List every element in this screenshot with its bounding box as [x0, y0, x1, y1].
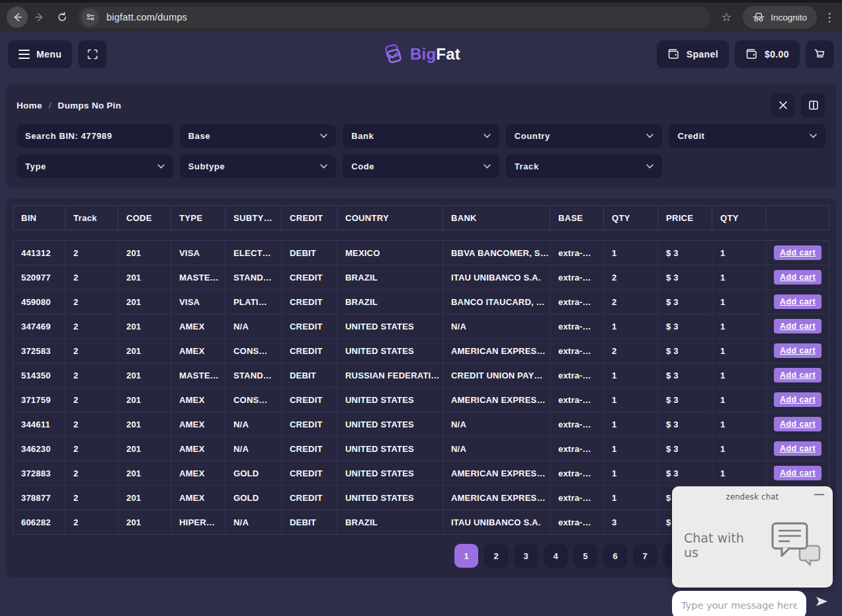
- filter-dropdown-base[interactable]: Base: [180, 124, 337, 148]
- breadcrumb-home[interactable]: Home: [17, 101, 42, 110]
- page-button-1[interactable]: 1: [454, 544, 478, 568]
- cell: extra-…: [550, 339, 604, 363]
- filter-dropdown-type[interactable]: Type: [17, 155, 173, 178]
- cell: AMEX: [171, 486, 226, 509]
- browser-menu-icon[interactable]: ⋮: [823, 11, 835, 24]
- header-actions: Spanel $0.00: [657, 40, 834, 68]
- column-header-qty: QTY: [604, 206, 658, 230]
- cell: CREDIT: [282, 461, 337, 485]
- cart-cell: Add cart: [767, 437, 829, 461]
- filter-label: Country: [515, 131, 647, 141]
- browser-back-button[interactable]: [7, 7, 28, 28]
- add-cart-button[interactable]: Add cart: [774, 245, 821, 260]
- cell: 1: [712, 339, 767, 363]
- cell: UNITED STATES: [337, 314, 443, 338]
- close-icon: [779, 101, 788, 110]
- page-button-5[interactable]: 5: [573, 544, 597, 568]
- browser-forward-button[interactable]: [29, 7, 50, 28]
- add-cart-button[interactable]: Add cart: [774, 343, 821, 358]
- chevron-down-icon: [320, 134, 327, 138]
- table-row: 3462302201AMEXN/ACREDITUNITED STATESN/Ae…: [13, 437, 829, 461]
- columns-toggle-button[interactable]: [801, 93, 825, 118]
- filter-dropdown-credit[interactable]: Credit: [669, 124, 825, 148]
- cell: extra-…: [550, 437, 604, 461]
- close-filters-button[interactable]: [771, 93, 795, 118]
- filter-dropdown-bank[interactable]: Bank: [343, 124, 499, 148]
- cell: 606282: [13, 510, 65, 534]
- filter-label: Code: [351, 161, 484, 171]
- cell: CONS…: [226, 388, 282, 412]
- chat-minimize-button[interactable]: —: [814, 488, 824, 500]
- add-cart-button[interactable]: Add cart: [774, 392, 821, 407]
- cell: 372883: [13, 461, 65, 485]
- cell: AMEX: [171, 437, 226, 461]
- cell: $ 3: [658, 461, 712, 485]
- add-cart-button[interactable]: Add cart: [774, 368, 821, 382]
- cell: 459080: [13, 290, 65, 314]
- cell: 3: [604, 510, 658, 534]
- cart-button[interactable]: [806, 40, 834, 68]
- cell: AMERICAN EXPRES…: [443, 486, 550, 509]
- filter-dropdown-code[interactable]: Code: [343, 155, 499, 178]
- cell: 1: [712, 314, 767, 338]
- cell: MASTE…: [171, 363, 226, 387]
- incognito-badge: Incognito: [743, 6, 817, 28]
- page-button-4[interactable]: 4: [544, 544, 568, 568]
- spanel-button[interactable]: Spanel: [657, 40, 729, 68]
- cell: 201: [118, 388, 171, 412]
- cell: CREDIT: [282, 290, 337, 314]
- page-button-6[interactable]: 6: [603, 544, 627, 568]
- cart-icon: [814, 48, 826, 60]
- logo-text: BigFat: [410, 45, 460, 64]
- cell: 347469: [13, 314, 65, 338]
- filter-dropdown-country[interactable]: Country: [506, 124, 663, 148]
- address-bar[interactable]: bigfatt.com/dumps: [78, 7, 710, 28]
- cell: AMEX: [171, 339, 226, 363]
- cell: CREDIT: [282, 486, 337, 509]
- search-bin-input[interactable]: [17, 124, 173, 148]
- add-cart-button[interactable]: Add cart: [774, 319, 821, 333]
- cell: BRAZIL: [337, 510, 443, 534]
- cell: AMERICAN EXPRES…: [443, 388, 550, 412]
- chevron-down-icon: [484, 134, 491, 138]
- balance-button[interactable]: $0.00: [735, 40, 800, 68]
- cell: 2: [65, 363, 118, 387]
- cell: N/A: [226, 314, 282, 338]
- fullscreen-button[interactable]: [78, 40, 106, 68]
- filter-dropdown-subtype[interactable]: Subtype: [180, 155, 337, 178]
- cell: CREDIT: [282, 265, 337, 289]
- logo[interactable]: BigFat: [382, 44, 460, 65]
- cell: 201: [118, 363, 171, 387]
- chat-send-button[interactable]: [814, 595, 830, 611]
- site-settings-icon[interactable]: [81, 9, 99, 26]
- cell: BRAZIL: [337, 290, 443, 314]
- page-button-2[interactable]: 2: [484, 544, 508, 568]
- cell: CREDIT: [282, 314, 337, 338]
- cell: DEBIT: [282, 363, 337, 387]
- cell: 201: [118, 290, 171, 314]
- cell: 1: [604, 314, 658, 338]
- cell: CREDIT: [282, 339, 337, 363]
- cell: 2: [65, 461, 118, 485]
- chat-message-input[interactable]: [680, 599, 798, 611]
- refresh-icon: [57, 12, 67, 22]
- cell: 1: [604, 461, 658, 485]
- browser-refresh-button[interactable]: [52, 7, 73, 28]
- cell: CREDIT: [282, 437, 337, 461]
- add-cart-button[interactable]: Add cart: [774, 270, 821, 285]
- add-cart-button[interactable]: Add cart: [774, 294, 821, 309]
- cell: 2: [65, 437, 118, 461]
- add-cart-button[interactable]: Add cart: [774, 466, 821, 480]
- page-button-3[interactable]: 3: [514, 544, 538, 568]
- bookmark-star-icon[interactable]: ☆: [716, 10, 736, 24]
- cell: UNITED STATES: [337, 437, 443, 461]
- cell: CONS…: [226, 339, 282, 363]
- cell: RUSSIAN FEDERATI…: [337, 363, 443, 387]
- filter-dropdown-track[interactable]: Track: [506, 155, 663, 178]
- page-button-7[interactable]: 7: [633, 544, 657, 568]
- menu-button[interactable]: Menu: [8, 40, 72, 68]
- cart-cell: Add cart: [767, 461, 829, 485]
- cell: 2: [65, 388, 118, 412]
- add-cart-button[interactable]: Add cart: [774, 441, 821, 456]
- add-cart-button[interactable]: Add cart: [774, 417, 821, 431]
